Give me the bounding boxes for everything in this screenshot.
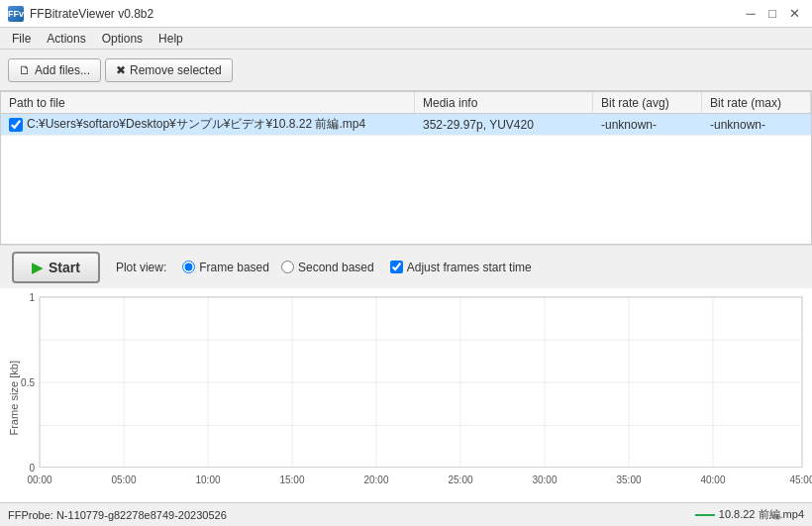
remove-selected-button[interactable]: ✖ Remove selected: [105, 58, 233, 82]
table-body: C:¥Users¥softaro¥Desktop¥サンプル¥ビデオ¥10.8.2…: [1, 114, 811, 244]
title-controls: ─ □ ✕: [741, 4, 804, 24]
svg-text:15:00: 15:00: [279, 473, 304, 486]
cell-media: 352-29.97p, YUV420: [415, 114, 593, 135]
row-checkbox[interactable]: [9, 118, 23, 132]
menu-help[interactable]: Help: [151, 30, 191, 48]
svg-text:Frame size [kb]: Frame size [kb]: [9, 361, 20, 436]
menu-options[interactable]: Options: [94, 30, 151, 48]
svg-text:10:00: 10:00: [195, 473, 220, 486]
title-bar: FFv FFBitrateViewer v0.8b2 ─ □ ✕: [0, 0, 812, 28]
chart-area: Frame size [kb] 1 0.5 0: [0, 288, 812, 502]
cell-path: C:¥Users¥softaro¥Desktop¥サンプル¥ビデオ¥10.8.2…: [1, 114, 415, 135]
file-table-container: Path to file Media info Bit rate (avg) B…: [0, 91, 812, 245]
svg-text:00:00: 00:00: [27, 473, 51, 486]
app-icon: FFv: [8, 6, 24, 22]
svg-text:40:00: 40:00: [700, 473, 725, 486]
table-header: Path to file Media info Bit rate (avg) B…: [1, 92, 811, 114]
maximize-button[interactable]: □: [762, 4, 782, 24]
second-based-label: Second based: [298, 261, 374, 274]
adjust-frames-checkbox[interactable]: Adjust frames start time: [390, 261, 532, 274]
frame-based-label: Frame based: [199, 261, 269, 274]
add-icon: 🗋: [19, 63, 31, 77]
svg-text:1: 1: [29, 291, 35, 304]
close-button[interactable]: ✕: [784, 4, 804, 24]
file-path: C:¥Users¥softaro¥Desktop¥サンプル¥ビデオ¥10.8.2…: [27, 116, 365, 133]
remove-selected-label: Remove selected: [130, 63, 222, 77]
radio-frame-based[interactable]: Frame based: [182, 261, 269, 274]
remove-icon: ✖: [116, 63, 126, 77]
status-bar: FFProbe: N-110779-g82278e8749-20230526 1…: [0, 502, 812, 526]
app-title: FFBitrateViewer v0.8b2: [30, 7, 153, 21]
svg-text:30:00: 30:00: [532, 473, 557, 486]
legend-label: 10.8.22 前編.mp4: [719, 507, 804, 522]
svg-text:20:00: 20:00: [363, 473, 388, 486]
legend-line: [695, 514, 715, 516]
svg-text:45:00: 45:00: [789, 473, 812, 486]
cell-bitrate-max: -unknown-: [702, 114, 811, 135]
plot-view-label: Plot view:: [116, 261, 166, 274]
add-files-button[interactable]: 🗋 Add files...: [8, 58, 101, 82]
radio-frame-input[interactable]: [182, 261, 195, 273]
start-button[interactable]: ▶ Start: [12, 252, 100, 283]
add-files-label: Add files...: [35, 63, 90, 77]
chart-svg: Frame size [kb] 1 0.5 0: [0, 288, 812, 502]
main-content: 🗋 Add files... ✖ Remove selected Path to…: [0, 50, 812, 526]
header-media: Media info: [415, 92, 593, 113]
controls-bar: ▶ Start Plot view: Frame based Second ba…: [0, 245, 812, 288]
legend-item: 10.8.22 前編.mp4: [695, 507, 804, 522]
header-bitrate-avg: Bit rate (avg): [593, 92, 702, 113]
header-path: Path to file: [1, 92, 415, 113]
minimize-button[interactable]: ─: [741, 4, 761, 24]
menu-bar: File Actions Options Help: [0, 28, 812, 50]
title-left: FFv FFBitrateViewer v0.8b2: [8, 6, 153, 22]
adjust-label: Adjust frames start time: [407, 261, 532, 274]
menu-actions[interactable]: Actions: [39, 30, 93, 48]
cell-bitrate-avg: -unknown-: [593, 114, 702, 135]
svg-text:05:00: 05:00: [111, 473, 136, 486]
svg-rect-1: [40, 297, 802, 468]
radio-second-input[interactable]: [281, 261, 294, 273]
svg-text:35:00: 35:00: [616, 473, 641, 486]
svg-text:25:00: 25:00: [448, 473, 472, 486]
radio-second-based[interactable]: Second based: [281, 261, 374, 274]
play-icon: ▶: [32, 260, 43, 275]
menu-file[interactable]: File: [4, 30, 39, 48]
svg-text:0: 0: [29, 461, 35, 473]
adjust-checkbox-input[interactable]: [390, 261, 403, 273]
table-row[interactable]: C:¥Users¥softaro¥Desktop¥サンプル¥ビデオ¥10.8.2…: [1, 114, 811, 136]
svg-text:0.5: 0.5: [21, 375, 35, 388]
start-label: Start: [49, 260, 80, 275]
toolbar: 🗋 Add files... ✖ Remove selected: [0, 50, 812, 91]
radio-group: Frame based Second based: [182, 261, 373, 274]
header-bitrate-max: Bit rate (max): [702, 92, 811, 113]
status-text: FFProbe: N-110779-g82278e8749-20230526: [8, 509, 227, 521]
